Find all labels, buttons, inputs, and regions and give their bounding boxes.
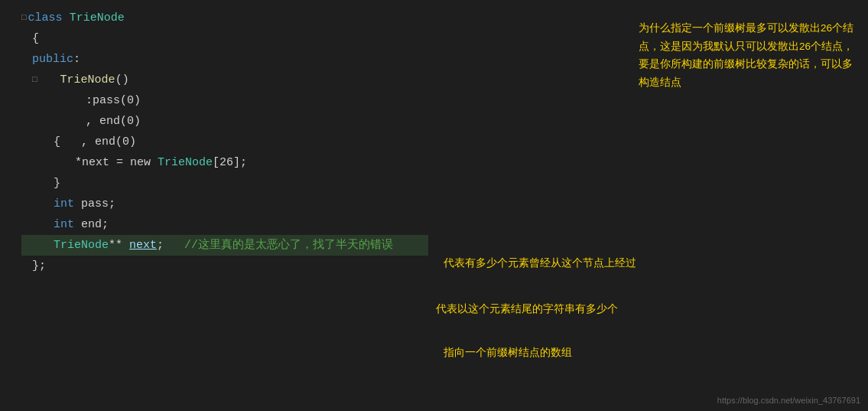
brace-method: { , end(0) — [54, 132, 136, 152]
annotation-next: 指向一个前缀树结点的数组 — [444, 346, 572, 360]
var-next: next — [129, 235, 157, 256]
watermark: https://blog.csdn.net/weixin_43767691 — [717, 396, 860, 405]
annotation-end: 代表以这个元素结尾的字符串有多少个 — [436, 302, 618, 316]
ptr-stars: ** — [109, 235, 129, 256]
code-line-8: *next = new TrieNode [26]; — [21, 152, 428, 173]
trienode-ref: TrieNode — [158, 152, 213, 173]
trienode-next-type: TrieNode — [54, 235, 109, 256]
classname-trienode: TrieNode — [70, 8, 125, 28]
next-assign: *next = new — [75, 152, 158, 173]
code-line-13: }; — [21, 256, 428, 276]
collapse-icon-1[interactable]: □ — [21, 8, 27, 28]
code-line-1: □ class TrieNode — [21, 8, 428, 28]
bracket-26: [26]; — [213, 152, 247, 173]
brace-close-method: } — [54, 173, 60, 194]
var-end: end; — [74, 214, 109, 235]
parens: () — [115, 70, 129, 90]
collapse-icon-4[interactable]: □ — [32, 70, 37, 90]
pass-init: :pass(0) — [86, 90, 141, 111]
type-int-end: int — [54, 214, 74, 235]
code-line-3: public : — [21, 49, 428, 70]
annotation-area: 为什么指定一个前缀树最多可以发散出26个结点，这是因为我默认只可以发散出26个结… — [428, 0, 868, 411]
var-pass: pass; — [74, 194, 115, 214]
brace-open: { — [32, 28, 39, 49]
semicolon-next: ; — [157, 235, 184, 256]
code-line-2: { — [21, 28, 428, 49]
type-int-pass: int — [54, 194, 74, 214]
code-area: □ class TrieNode { public : □ TrieNode (… — [0, 0, 428, 411]
code-line-5: :pass(0) — [21, 90, 428, 111]
annotation-trienode26: 为什么指定一个前缀树最多可以发散出26个结点，这是因为我默认只可以发散出26个结… — [639, 19, 857, 92]
annotation-pass: 代表有多少个元素曾经从这个节点上经过 — [444, 256, 636, 270]
keyword-class: class — [28, 8, 70, 28]
method-trienode: TrieNode — [60, 70, 115, 90]
code-line-7: { , end(0) — [21, 132, 428, 152]
code-content: □ class TrieNode { public : □ TrieNode (… — [21, 8, 428, 276]
code-line-12: TrieNode ** next ; //这里真的是太恶心了，找了半天的错误 — [21, 235, 428, 256]
code-line-11: int end; — [21, 214, 428, 235]
code-line-10: int pass; — [21, 194, 428, 214]
keyword-public: public — [32, 49, 73, 70]
code-line-4: □ TrieNode () — [21, 70, 428, 90]
comment-next: //这里真的是太恶心了，找了半天的错误 — [184, 235, 393, 256]
end-init: , end(0) — [86, 111, 141, 132]
brace-close-class: }; — [32, 256, 46, 276]
colon-public: : — [73, 49, 80, 70]
code-line-6: , end(0) — [21, 111, 428, 132]
code-line-9: } — [21, 173, 428, 194]
